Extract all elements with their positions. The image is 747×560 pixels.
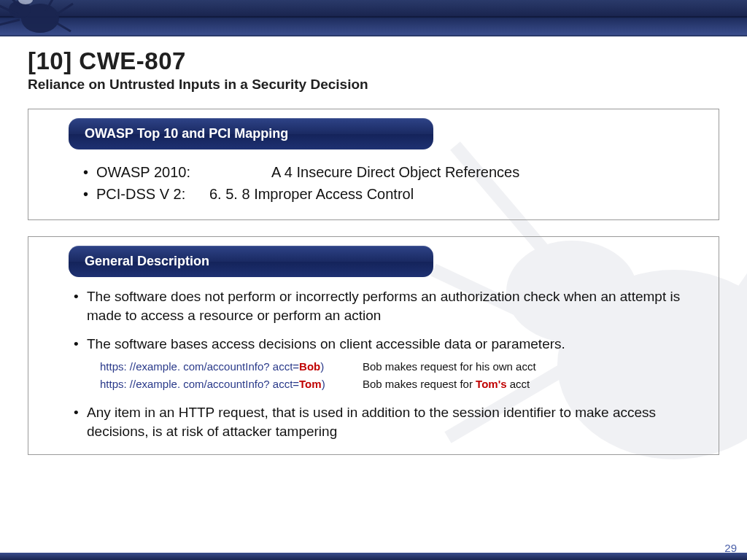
desc-bullet-2: The software bases access decisions on c… [87, 335, 565, 354]
slide-title: [10] CWE-807 [28, 47, 719, 75]
description-box: General Description •The software does n… [28, 236, 719, 455]
owasp-value: A 4 Insecure Direct Object References [271, 163, 519, 182]
slide-subtitle: Reliance on Untrusted Inputs in a Securi… [28, 77, 719, 93]
example-desc-1: Bob makes request for his own acct [363, 359, 536, 374]
pci-value: 6. 5. 8 Improper Access Control [209, 184, 414, 204]
desc-bullet-3: Any item in an HTTP request, that is use… [87, 403, 695, 440]
desc-bullet-1: The software does not perform or incorre… [87, 287, 695, 324]
example-desc-2: Bob makes request for Tom's acct [363, 377, 530, 392]
mapping-header: OWASP Top 10 and PCI Mapping [69, 118, 433, 149]
header-banner [0, 0, 747, 36]
footer-bar [0, 553, 747, 560]
mapping-box: OWASP Top 10 and PCI Mapping • OWASP 201… [28, 109, 719, 220]
description-header: General Description [69, 246, 433, 277]
example-url-2: https: //example. com/accountInfo? acct=… [100, 377, 695, 392]
pci-label: PCI-DSS V 2: [96, 184, 209, 204]
owasp-label: OWASP 2010: [96, 163, 228, 182]
example-url-1: https: //example. com/accountInfo? acct=… [100, 359, 695, 374]
